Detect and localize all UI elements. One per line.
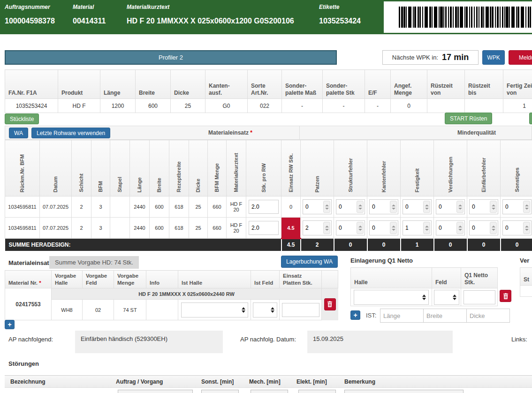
bfm-summe-row: SUMME HERADESIGN: 4.5 2 0 0 1 0 0 0: [5, 239, 532, 251]
order-table-wrap: FA.Nr. F1A Produkt Länge Breite Dicke Ka…: [5, 69, 532, 113]
stk-pro-rw-input[interactable]: [249, 200, 279, 214]
bfm-col-header: BFM Menge: [208, 140, 227, 196]
bfm-cell-festigkeit: [401, 218, 434, 239]
add-material-row-button[interactable]: +: [5, 320, 15, 329]
stoerung-auftrag-input[interactable]: [118, 390, 193, 393]
spinner-buttons[interactable]: [456, 201, 464, 213]
summe-strukturfehler: 0: [334, 239, 367, 251]
sonstiges-spinner[interactable]: [502, 199, 532, 214]
verdichtungen-spinner[interactable]: [436, 220, 465, 235]
order-cell-sonder-mass: -: [282, 99, 323, 113]
order-data-row: 1035253424 HD F 1200 600 25 G0 022 - - -…: [5, 99, 532, 113]
strukturfehler-spinner[interactable]: [336, 199, 365, 214]
delete-einlagerung-row-button[interactable]: [500, 290, 511, 302]
stoerungen-col-header: Bemerkung: [344, 378, 375, 385]
bfm-col-header: Länge: [130, 140, 150, 196]
stueckliste-button[interactable]: Stückliste: [5, 113, 39, 124]
einfaerbefehler-spinner[interactable]: [469, 220, 498, 235]
bfm-cell-kantenfehler: [367, 196, 401, 218]
required-mark: *: [250, 129, 252, 136]
stoerung-bemerkung-input[interactable]: [344, 390, 464, 393]
material-col-header: Vorgabe Halle: [52, 271, 83, 288]
ver-empty-cell: [520, 286, 532, 297]
spinner-buttons[interactable]: [390, 222, 397, 234]
spinner-buttons[interactable]: [390, 201, 397, 213]
minderqualitaet-group-label: Minderqualität: [446, 129, 507, 136]
spinner-buttons[interactable]: [323, 201, 330, 213]
festigkeit-spinner[interactable]: [403, 220, 432, 235]
order-col-header: Rüstzeit von: [427, 70, 465, 99]
stoerungen-title: Störungen: [8, 360, 39, 367]
spinner-buttons[interactable]: [357, 201, 364, 213]
wpk-button[interactable]: WPK: [482, 50, 505, 65]
festigkeit-spinner[interactable]: [403, 199, 432, 214]
stoerung-sonst-input[interactable]: [201, 390, 239, 393]
next-wpk-box: Nächste WPK in: 17 min: [382, 50, 479, 65]
bfm-cell-verdichtungen: [434, 196, 467, 218]
ist-laenge-input[interactable]: [380, 309, 424, 323]
meldung-button[interactable]: Meldung: [509, 50, 532, 65]
start-ruesten-button[interactable]: START Rüsten: [445, 113, 492, 124]
spinner-buttons[interactable]: [323, 222, 330, 234]
einsatz-platten-input[interactable]: [282, 303, 319, 317]
spinner-buttons[interactable]: [456, 222, 464, 234]
halle-select[interactable]: [354, 290, 429, 305]
order-table: FA.Nr. F1A Produkt Länge Breite Dicke Ka…: [5, 69, 532, 113]
patzen-spinner[interactable]: [303, 220, 332, 235]
wa-button[interactable]: WA: [9, 128, 28, 138]
bfm-cell-sonstiges: [501, 196, 532, 218]
order-col-header: Angef. Menge: [391, 70, 427, 99]
spinner-buttons[interactable]: [490, 222, 497, 234]
spinner-buttons[interactable]: [423, 201, 430, 213]
truncated-green-button[interactable]: [529, 113, 532, 124]
bfm-col-header: Kantenfehler: [367, 140, 401, 196]
sonstiges-spinner[interactable]: [502, 220, 532, 235]
stoerung-elekt-input[interactable]: [298, 390, 336, 393]
ist-halle-select[interactable]: [181, 302, 248, 317]
order-cell-angef-menge: 0: [391, 99, 427, 113]
spinner-buttons[interactable]: [523, 201, 530, 213]
einlagerung-col-header: Q1 Netto Stk.: [461, 268, 498, 288]
bfm-cell-datum: 07.07.2025: [40, 196, 72, 218]
lagerbuchung-wa-button[interactable]: Lagerbuchung WA: [281, 256, 338, 268]
materialkurztext-label: Materialkurztext: [127, 4, 294, 10]
ist-feld-select[interactable]: [253, 302, 277, 317]
spinner-buttons[interactable]: [523, 222, 530, 234]
links-label: Links:: [511, 336, 527, 343]
bfm-cell-einsatz-rw-alert: 4.5: [281, 218, 301, 239]
bfm-cell-schicht: 2: [72, 218, 91, 239]
q1-netto-cell: [461, 288, 498, 306]
bfm-cell-schicht: 2: [72, 196, 91, 218]
stoerung-mech-input[interactable]: [251, 390, 288, 393]
letzte-rohware-button[interactable]: Letzte Rohware verwenden: [31, 128, 110, 138]
order-cell-dicke: 25: [171, 99, 205, 113]
strukturfehler-spinner[interactable]: [336, 220, 365, 235]
ap-datum-label: AP nachfolg. Datum:: [240, 336, 296, 343]
feld-select[interactable]: [434, 290, 459, 305]
patzen-spinner[interactable]: [303, 199, 332, 214]
order-col-header: Kanten- ausf.: [205, 70, 248, 99]
ist-dicke-input[interactable]: [466, 309, 510, 323]
order-cell-fertig-zeit: 1: [503, 99, 532, 113]
spinner-buttons[interactable]: [357, 222, 364, 234]
profiler-tab[interactable]: Profiler 2: [5, 50, 337, 65]
stoerungen-col-header: Elekt. [min]: [296, 378, 327, 385]
vorgabe-feld-cell: 02: [83, 300, 114, 320]
ist-label: IST:: [366, 312, 376, 319]
q1-netto-input[interactable]: [464, 290, 495, 304]
einfaerbefehler-spinner[interactable]: [469, 199, 498, 214]
ist-breite-input[interactable]: [423, 309, 467, 323]
ver-table: St: [520, 267, 532, 297]
kantenfehler-spinner[interactable]: [369, 199, 398, 214]
spinner-buttons[interactable]: [490, 201, 497, 213]
add-einlagerung-row-button[interactable]: +: [350, 310, 360, 320]
spinner-buttons[interactable]: [423, 222, 430, 234]
bfm-header-row: Rückm.Nr. BFM Datum Schicht BFM Stapel L…: [5, 140, 532, 196]
verdichtungen-spinner[interactable]: [436, 199, 465, 214]
stk-pro-rw-input[interactable]: [249, 221, 279, 235]
delete-material-row-button[interactable]: [324, 298, 336, 310]
kantenfehler-spinner[interactable]: [369, 220, 398, 235]
bfm-col-header: Sonstiges: [501, 140, 532, 196]
ver-section-truncated: Ver St: [520, 257, 532, 264]
ap-section: AP nachfolgend: Einfärben händisch (5293…: [0, 330, 532, 356]
